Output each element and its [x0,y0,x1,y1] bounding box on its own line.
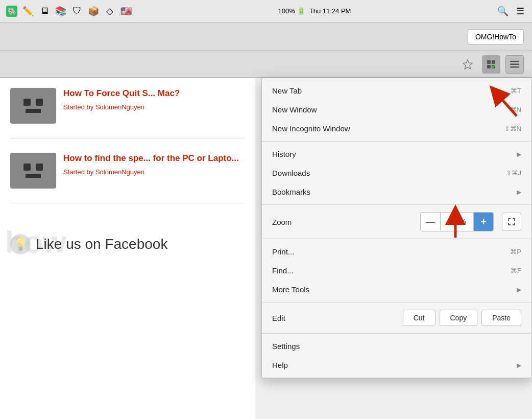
find-label: Find... [272,266,294,275]
article-title-1[interactable]: How To Force Quit S... Mac? [63,88,180,99]
battery-icon: 🔋 [297,7,305,15]
menu-section-tools: Print... ⌘P Find... ⌘F More Tools ▶ [262,239,531,302]
menubar-center: 100% 🔋 Thu 11:24 PM [278,7,351,15]
zoom-minus-button[interactable]: — [421,213,440,231]
footer-like: 💡 Like us on Facebook [10,234,245,254]
incognito-label: New Incognito Window [272,124,350,133]
menu-item-more-tools[interactable]: More Tools ▶ [262,280,531,299]
history-arrow: ▶ [517,151,521,158]
menu-section-new: New Tab ⌘T New Window ⌘N New Incognito W… [262,78,531,142]
menu-section-edit: Edit Cut Copy Paste [262,302,531,334]
bookmark-icon[interactable] [458,55,477,74]
downloads-shortcut: ⇧⌘J [506,169,522,177]
article-thumbnail-1 [10,88,56,124]
new-window-label: New Window [272,105,317,114]
menu-item-settings[interactable]: Settings [262,337,531,356]
settings-label: Settings [272,342,300,351]
footer-area: how 💡 Like us on Facebook [10,234,245,254]
article-item-2: How to find the spe... for the PC or Lap… [10,153,245,203]
thumb-eyes-2 [23,164,43,171]
incognito-shortcut: ⇧⌘N [504,125,521,132]
zoom-row: Zoom — 100% + [262,208,531,236]
menubar-left: 🐘 ✏️ 🖥 📚 🛡 📦 ◇ 🇺🇸 [6,6,132,17]
help-label: Help [272,361,288,369]
browser-toolbar [0,51,532,78]
lightbulb-icon: 💡 [10,234,31,254]
article-author-1: Started by SolomenNguyen [63,103,180,111]
dropbox-icon[interactable]: 📦 [88,6,99,17]
menu-section-nav: History ▶ Downloads ⇧⌘J Bookmarks ▶ [262,142,531,205]
svg-marker-0 [463,60,472,69]
menu-item-bookmarks[interactable]: Bookmarks ▶ [262,182,531,201]
thumb-face-2 [23,164,43,178]
svg-rect-2 [492,60,495,64]
more-tools-label: More Tools [272,285,309,294]
paste-button[interactable]: Paste [481,310,521,326]
menu-item-new-tab[interactable]: New Tab ⌘T [262,81,531,100]
book-icon[interactable]: 📚 [55,6,66,17]
menu-item-downloads[interactable]: Downloads ⇧⌘J [262,164,531,182]
article-item-1: How To Force Quit S... Mac? Started by S… [10,88,245,138]
cut-button[interactable]: Cut [403,310,436,326]
monitor-icon[interactable]: 🖥 [39,6,50,17]
bookmarks-label: Bookmarks [272,188,310,196]
svg-rect-7 [510,66,519,68]
new-tab-label: New Tab [272,86,302,95]
list-icon[interactable]: ☰ [515,6,526,17]
thumb-face-1 [23,99,43,113]
avast-icon[interactable]: 🛡 [71,6,83,17]
article-thumbnail-2 [10,153,56,189]
battery-percent: 100% [278,7,295,15]
new-tab-shortcut: ⌘T [511,87,521,95]
zoom-controls: — 100% + [420,212,494,231]
svg-rect-3 [487,65,491,68]
omg-howto-button[interactable]: OMG!HowTo [468,29,524,44]
svg-rect-5 [510,61,519,62]
pencil-icon[interactable]: ✏️ [22,6,34,17]
article-title-2[interactable]: How to find the spe... for the PC or Lap… [63,153,239,164]
menu-item-find[interactable]: Find... ⌘F [262,261,531,280]
zoom-controls-wrapper: — 100% + [420,212,521,231]
menu-item-new-window[interactable]: New Window ⌘N [262,100,531,119]
evernote-icon[interactable]: 🐘 [6,6,17,17]
article-text-1: How To Force Quit S... Mac? Started by S… [63,88,180,124]
svg-rect-1 [487,60,491,64]
find-shortcut: ⌘F [511,267,521,274]
flag-icon[interactable]: 🇺🇸 [120,6,132,17]
edit-buttons: Cut Copy Paste [403,310,521,326]
history-label: History [272,150,296,158]
chrome-menu-button[interactable] [505,55,524,74]
zoom-plus-button[interactable]: + [474,213,493,231]
menubar-right: 🔍 ☰ [497,6,526,17]
footer-text: Like us on Facebook [36,236,167,252]
dropdown-menu: New Tab ⌘T New Window ⌘N New Incognito W… [261,78,532,378]
new-window-shortcut: ⌘N [510,106,521,113]
article-text-2: How to find the spe... for the PC or Lap… [63,153,239,189]
help-arrow: ▶ [517,362,521,369]
thumb-eye-left-2 [23,164,31,171]
fullscreen-button[interactable] [502,213,521,231]
menu-item-incognito[interactable]: New Incognito Window ⇧⌘N [262,119,531,138]
thumb-eye-left [23,99,31,106]
article-author-2: Started by SolomenNguyen [63,168,239,176]
more-tools-arrow: ▶ [517,286,521,293]
thumb-eye-right [36,99,43,106]
zoom-label: Zoom [272,218,303,226]
copy-button[interactable]: Copy [440,310,478,326]
menu-item-help[interactable]: Help ▶ [262,356,531,375]
extensions-icon[interactable] [482,55,500,74]
search-icon[interactable]: 🔍 [497,6,509,17]
downloads-label: Downloads [272,169,310,177]
browser-chrome: OMG!HowTo [0,22,532,51]
menu-item-history[interactable]: History ▶ [262,145,531,164]
thumb-eye-right-2 [36,164,43,171]
svg-rect-6 [510,63,519,65]
time-display: Thu 11:24 PM [309,7,351,15]
thumb-eyes [23,99,43,106]
thumb-mouth [26,109,41,113]
page-content: How To Force Quit S... Mac? Started by S… [0,78,255,419]
menu-section-settings: Settings Help ▶ [262,334,531,378]
bookmarks-arrow: ▶ [517,189,521,196]
menu-item-print[interactable]: Print... ⌘P [262,242,531,261]
diamond-icon[interactable]: ◇ [104,6,115,17]
